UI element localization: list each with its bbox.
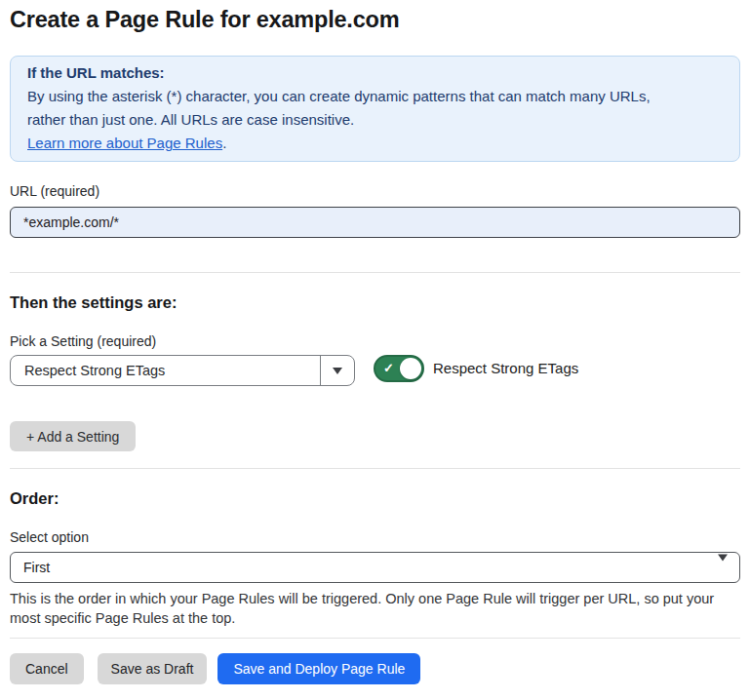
chevron-down-icon[interactable] — [320, 356, 354, 385]
learn-more-link[interactable]: Learn more about Page Rules — [27, 135, 222, 151]
toggle-label: Respect Strong ETags — [433, 355, 578, 382]
info-box-link-line: Learn more about Page Rules. — [27, 132, 723, 155]
divider-2 — [10, 468, 740, 469]
url-field-label: URL (required) — [10, 183, 740, 200]
link-suffix: . — [222, 135, 226, 151]
order-select-value: First — [23, 560, 50, 575]
url-input[interactable] — [10, 207, 740, 238]
chevron-down-icon — [718, 562, 728, 577]
footer-actions: Cancel Save as Draft Save and Deploy Pag… — [10, 653, 740, 684]
save-as-draft-button[interactable]: Save as Draft — [98, 653, 208, 684]
order-section-heading: Order: — [10, 489, 740, 508]
divider-3 — [10, 638, 740, 639]
setting-toggle[interactable]: ✓ — [374, 355, 424, 382]
setting-row: Respect Strong ETags ✓ Respect Strong ET… — [10, 355, 740, 386]
setting-dropdown-value: Respect Strong ETags — [11, 356, 320, 385]
save-and-deploy-button[interactable]: Save and Deploy Page Rule — [217, 653, 420, 684]
select-option-label: Select option — [10, 529, 740, 546]
cancel-button[interactable]: Cancel — [10, 653, 84, 684]
setting-dropdown[interactable]: Respect Strong ETags — [10, 355, 355, 386]
add-setting-button[interactable]: + Add a Setting — [10, 421, 136, 451]
info-box-body: By using the asterisk (*) character, you… — [27, 85, 723, 132]
caret-down-shape — [333, 368, 342, 374]
page-rule-form: Create a Page Rule for example.com If th… — [10, 7, 740, 684]
settings-section-heading: Then the settings are: — [10, 293, 740, 312]
toggle-knob — [400, 358, 421, 379]
caret-down-shape — [718, 555, 728, 577]
check-icon: ✓ — [383, 361, 394, 375]
order-help-text: This is the order in which your Page Rul… — [10, 589, 740, 628]
info-box-heading: If the URL matches: — [27, 61, 723, 85]
pick-setting-label: Pick a Setting (required) — [10, 333, 740, 350]
order-select[interactable]: First — [10, 552, 740, 583]
divider-1 — [10, 272, 740, 273]
url-match-info-box: If the URL matches: By using the asteris… — [10, 56, 740, 162]
page-title: Create a Page Rule for example.com — [10, 7, 740, 32]
